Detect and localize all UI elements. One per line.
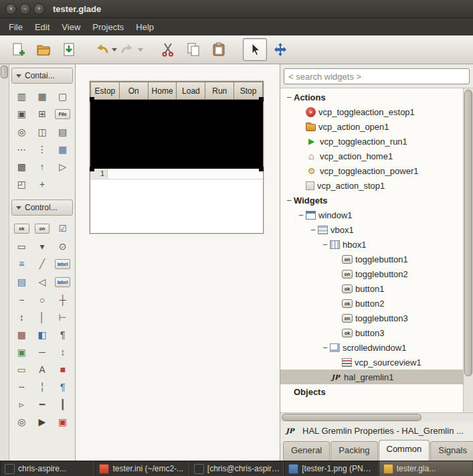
tree-row-vcp-sourceview1[interactable]: vcp_sourceview1 xyxy=(280,355,463,370)
scrollbar-thumb[interactable] xyxy=(464,90,472,376)
text-view-icon[interactable]: ¶ xyxy=(52,378,73,396)
tree-list-icon[interactable]: ⊢ xyxy=(52,309,73,326)
tab-common[interactable]: Common xyxy=(379,440,430,461)
vline-icon[interactable]: │ xyxy=(32,309,53,326)
scrollbar-thumb[interactable] xyxy=(1,66,8,78)
ruler-icon[interactable]: ▭ xyxy=(11,361,32,378)
menu-projects[interactable]: Projects xyxy=(86,19,130,35)
tab-general[interactable]: General xyxy=(283,441,330,461)
target-icon[interactable]: ◎ xyxy=(11,413,32,430)
menu-file[interactable]: File xyxy=(3,19,29,35)
design-button-run[interactable]: Run xyxy=(205,82,234,100)
columns-icon[interactable]: ▥ xyxy=(11,88,32,105)
expander-icon[interactable]: − xyxy=(296,210,306,220)
ok-button-icon[interactable]: ok xyxy=(14,224,29,234)
palette-scrollbar[interactable] xyxy=(0,64,9,461)
taskbar-item-tester-ini-emc2[interactable]: tester.ini (~/emc2-... xyxy=(94,461,189,476)
taskbar-item-tester-1-png-png[interactable]: [tester-1.png (PNG ... xyxy=(284,461,378,476)
sourceview-text-area[interactable] xyxy=(108,169,263,179)
scrollbar-thumb[interactable] xyxy=(282,414,421,421)
minimize-window-button[interactable]: − xyxy=(19,3,31,15)
blue-table-icon[interactable]: ▦ xyxy=(52,141,73,158)
hsep2-icon[interactable]: ━ xyxy=(32,396,53,413)
expander-icon[interactable]: − xyxy=(308,225,318,235)
grid-icon[interactable]: ▦ xyxy=(32,88,53,105)
tree-vertical-scrollbar[interactable] xyxy=(463,88,473,412)
tree-row-window1[interactable]: −window1 xyxy=(280,208,463,222)
tree-row-vcp-toggleaction-estop1[interactable]: ×vcp_toggleaction_estop1 xyxy=(280,104,463,119)
radio-group-icon[interactable]: ◎ xyxy=(11,123,32,141)
design-button-load[interactable]: Load xyxy=(177,82,205,100)
tree-row-vcp-toggleaction-run1[interactable]: ▶vcp_toggleaction_run1 xyxy=(280,134,463,149)
tree-row-vcp-action-home1[interactable]: ⌂vcp_action_home1 xyxy=(280,149,463,163)
maximize-window-button[interactable]: + xyxy=(33,3,45,15)
drag-resize-button[interactable] xyxy=(268,38,292,61)
radio-button-icon[interactable]: ⊙ xyxy=(52,238,73,255)
pencil-icon[interactable]: ╱ xyxy=(32,255,53,272)
tree-row-hal-gremlin1[interactable]: JPhal_gremlin1 xyxy=(280,370,463,384)
tree-row-scrolledwindow1[interactable]: −scrolledwindow1 xyxy=(280,340,463,355)
open-button[interactable] xyxy=(31,38,56,61)
up-arrow-icon[interactable]: ↑ xyxy=(32,158,53,175)
tree-row-togglebutton3[interactable]: ontogglebutton3 xyxy=(280,311,463,325)
widget-search-input[interactable] xyxy=(284,68,470,84)
add-table-icon[interactable]: ⊞ xyxy=(32,105,53,123)
tree-row-button3[interactable]: okbutton3 xyxy=(280,325,463,340)
redo-button[interactable] xyxy=(119,38,144,61)
hal-gremlin-widget[interactable] xyxy=(90,100,263,169)
tab-packing[interactable]: Packing xyxy=(330,441,377,461)
text-lines-icon[interactable]: ≡ xyxy=(11,255,32,272)
palette-section-header-contai[interactable]: Contai... xyxy=(11,68,73,84)
tree-row-hbox1[interactable]: −hbox1 xyxy=(280,237,463,252)
vscale-icon[interactable]: ╎ xyxy=(32,378,53,396)
menu-view[interactable]: View xyxy=(56,19,86,35)
tree-row-widgets[interactable]: −Widgets xyxy=(280,193,463,208)
hdots-icon[interactable]: ⋯ xyxy=(11,141,32,158)
titlebar[interactable]: ×−+ tester.glade xyxy=(0,0,473,18)
label-icon[interactable]: label xyxy=(55,259,70,269)
tree-row-button1[interactable]: okbutton1 xyxy=(280,281,463,296)
expander2-icon[interactable]: ▹ xyxy=(11,396,32,413)
new-button[interactable] xyxy=(6,38,30,61)
save-button[interactable] xyxy=(57,38,81,61)
hscale-icon[interactable]: ╌ xyxy=(11,378,32,396)
sourceview-empty-area[interactable] xyxy=(90,179,263,232)
expander-icon[interactable]: − xyxy=(320,343,330,353)
selection-handle[interactable] xyxy=(90,97,94,102)
package-icon[interactable]: ▣ xyxy=(52,413,73,430)
window-pane-icon[interactable]: ◰ xyxy=(11,175,32,193)
combo-box-icon[interactable]: ▾ xyxy=(32,238,53,255)
design-canvas[interactable]: EstopOnHomeLoadRunStop 1 xyxy=(76,64,280,461)
expander-icon[interactable]: − xyxy=(284,195,294,206)
expander-icon[interactable]: − xyxy=(320,240,330,250)
tree-row-togglebutton1[interactable]: ontogglebutton1 xyxy=(280,252,463,266)
tab-signals[interactable]: Signals xyxy=(430,441,473,461)
rows-icon[interactable]: ▤ xyxy=(52,123,73,141)
close-window-button[interactable]: × xyxy=(5,3,17,15)
design-button-estop[interactable]: Estop xyxy=(90,82,120,100)
spin-icon[interactable]: ↕ xyxy=(11,309,32,326)
play-arrow-icon[interactable]: ▶ xyxy=(32,413,53,430)
select-widget-button[interactable] xyxy=(243,38,267,61)
design-button-home[interactable]: Home xyxy=(149,82,177,100)
menu-help[interactable]: Help xyxy=(130,19,160,35)
color-icon[interactable]: ■ xyxy=(52,361,73,378)
expander-arrow-icon[interactable]: ▷ xyxy=(52,158,73,175)
circle-icon[interactable]: ○ xyxy=(32,291,53,309)
paragraph-icon[interactable]: ¶ xyxy=(52,326,73,343)
cells-icon[interactable]: ▩ xyxy=(11,158,32,175)
progress-icon[interactable]: ◧ xyxy=(32,326,53,343)
cross-icon[interactable]: + xyxy=(32,175,53,193)
image-icon[interactable]: ▣ xyxy=(11,343,32,361)
tree-row-vcp-action-open1[interactable]: vcp_action_open1 xyxy=(280,119,463,134)
selection-handle[interactable] xyxy=(90,167,94,171)
updown-arrow-icon[interactable]: ↕ xyxy=(52,343,73,361)
menu-edit[interactable]: Edit xyxy=(29,19,56,35)
tree-row-togglebutton2[interactable]: ontogglebutton2 xyxy=(280,266,463,281)
check-box-icon[interactable]: ☑ xyxy=(52,220,73,237)
sourceview-widget[interactable]: 1 xyxy=(90,169,263,232)
tree-row-vcp-action-stop1[interactable]: vcp_action_stop1 xyxy=(280,178,463,193)
tree-row-vcp-toggleaction-power1[interactable]: ⚙vcp_toggleaction_power1 xyxy=(280,163,463,178)
vsep2-icon[interactable]: ┃ xyxy=(52,396,73,413)
taskbar-item-tester-gla[interactable]: tester.gla... xyxy=(379,461,473,476)
